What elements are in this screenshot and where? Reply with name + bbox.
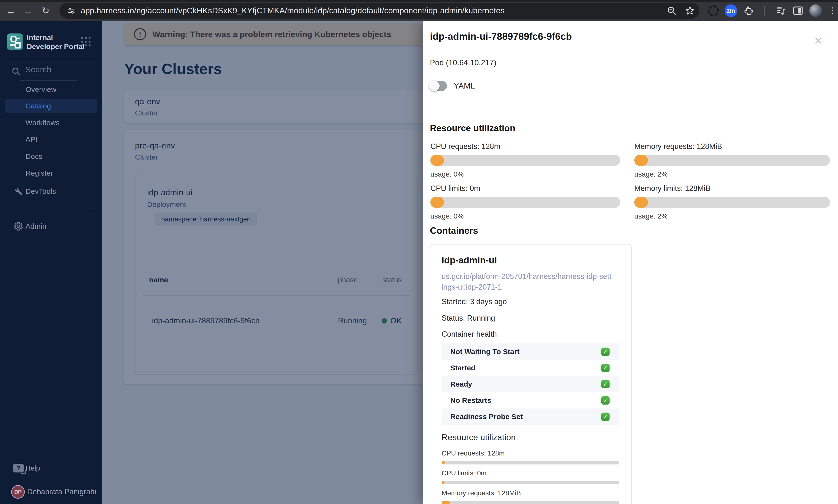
sidebar-item-catalog[interactable]: Catalog [5, 99, 97, 113]
sidebar-item-help[interactable]: ? Help [5, 461, 97, 475]
meter-fill [634, 155, 648, 166]
bookmark-star-icon[interactable] [685, 5, 695, 16]
pod-title: idp-admin-ui-7889789fc6-9f6cb [430, 31, 572, 42]
browser-profile-avatar[interactable] [809, 4, 822, 17]
bar-fill [441, 481, 444, 484]
sidebar-item-api[interactable]: API [5, 132, 97, 146]
column-header-status: status [382, 276, 402, 284]
meter-cpu-limits: CPU limits: 0m usage: 0% [431, 184, 620, 220]
sidebar-item-register[interactable]: Register [5, 166, 97, 180]
extensions-puzzle-icon[interactable] [743, 5, 754, 16]
sidebar-user[interactable]: DP Debabrata Panigrahi [5, 483, 100, 500]
cluster-card-qa-env[interactable]: qa-env Cluster [124, 90, 423, 123]
cluster-kind: Cluster [135, 153, 158, 161]
deployment-name: idp-admin-ui [147, 188, 192, 197]
user-name: Debabrata Panigrahi [27, 487, 96, 496]
deployment-kind: Deployment [147, 200, 186, 209]
pods-table-header: name phase status [136, 276, 417, 290]
url-text[interactable]: app.harness.io/ng/account/vpCkHKsDSxK9_K… [81, 6, 504, 15]
main-content: ! Warning: There was a problem retrievin… [102, 21, 423, 504]
wrench-icon [14, 187, 23, 196]
bar-fill [441, 461, 445, 465]
yaml-toggle-label: YAML [454, 81, 475, 90]
namespace-chip: namespace: harness-nextgen [155, 213, 257, 226]
search-underline [20, 80, 77, 80]
check-icon: ✓ [601, 364, 610, 372]
deployment-card: idp-admin-ui Deployment namespace: harne… [135, 175, 418, 375]
toolbar-divider [765, 5, 765, 16]
column-header-phase: phase [338, 276, 358, 284]
pod-status-cell: OK [382, 316, 402, 325]
sidebar-title: Internal Developer Portal [27, 33, 87, 51]
meter-memory-requests: Memory requests: 128MiB usage: 2% [634, 142, 830, 178]
sidebar-item-admin[interactable]: Admin [5, 219, 97, 233]
sidebar-item-devtools[interactable]: DevTools [5, 184, 97, 198]
health-row: Not Waiting To Start ✓ [441, 343, 619, 360]
back-icon[interactable]: ← [3, 3, 18, 18]
cluster-name: pre-qa-env [135, 141, 175, 150]
search-icon [11, 67, 21, 76]
bar-label-cpu-limits: CPU limits: 0m [441, 469, 487, 477]
check-icon: ✓ [601, 413, 610, 421]
health-row: No Restarts ✓ [441, 392, 619, 409]
browser-menu-icon[interactable]: ⋮ [828, 3, 838, 18]
toggle-knob [429, 80, 440, 91]
check-icon: ✓ [601, 396, 610, 404]
pod-name-cell[interactable]: idp-admin-ui-7889789fc6-9f6cb [152, 316, 260, 325]
warning-icon: ! [134, 28, 146, 40]
meter-fill [431, 155, 444, 166]
cluster-name: qa-env [135, 97, 160, 106]
gear-icon [14, 221, 23, 231]
forward-icon[interactable]: → [21, 3, 35, 18]
pod-subtitle: Pod (10.64.10.217) [430, 58, 496, 67]
bar-label-memory-requests: Memory requests: 128MiB [441, 489, 521, 497]
meter-memory-limits: Memory limits: 128MiB usage: 2% [634, 184, 830, 220]
sidebar-item-docs[interactable]: Docs [5, 149, 97, 163]
container-image-link[interactable]: us.gcr.io/platform-205701/harness/harnes… [441, 271, 611, 292]
sidebar-section-divider [6, 209, 94, 209]
column-header-name: name [149, 276, 168, 284]
containers-heading: Containers [430, 226, 478, 236]
help-chat-icon: ? [13, 464, 24, 472]
check-icon: ✓ [601, 380, 610, 388]
health-row: Readiness Probe Set ✓ [441, 409, 619, 425]
bar-cpu-requests [441, 461, 619, 465]
sidebar-item-overview[interactable]: Overview [5, 83, 97, 96]
media-controls-icon[interactable] [775, 5, 787, 16]
sidebar-item-workflows[interactable]: Workflows [5, 116, 97, 130]
zoom-indicator-icon[interactable] [667, 6, 677, 16]
side-panel-icon[interactable] [792, 5, 804, 16]
sidebar-search [0, 65, 102, 82]
sidebar-section-divider [20, 182, 77, 182]
health-row: Ready ✓ [441, 376, 619, 392]
search-input[interactable] [25, 65, 82, 74]
cluster-card-pre-qa-env[interactable]: pre-qa-env Cluster idp-admin-ui Deployme… [124, 130, 423, 384]
container-health-heading: Container health [441, 330, 497, 339]
yaml-toggle[interactable] [430, 81, 447, 91]
sidebar: Internal Developer Portal Overview Catal… [0, 21, 102, 504]
extension-spinner-icon[interactable] [708, 5, 719, 16]
bar-label-cpu-requests: CPU requests: 128m [441, 449, 505, 457]
bar-cpu-limits [441, 481, 619, 484]
zoom-extension-icon[interactable]: zm [724, 4, 737, 17]
pod-details-drawer: idp-admin-ui-7889789fc6-9f6cb ✕ Pod (10.… [423, 21, 838, 504]
resource-meters: CPU requests: 128m usage: 0% Memory requ… [431, 142, 830, 220]
container-resource-heading: Resource utilization [441, 432, 516, 442]
close-icon[interactable]: ✕ [811, 34, 825, 48]
reload-icon[interactable]: ↻ [38, 3, 53, 18]
page-title: Your Clusters [124, 60, 222, 77]
tune-icon[interactable] [66, 5, 76, 16]
yaml-toggle-row: YAML [430, 80, 475, 92]
meter-cpu-requests: CPU requests: 128m usage: 0% [431, 142, 620, 178]
table-divider [143, 364, 410, 364]
address-bar[interactable]: app.harness.io/ng/account/vpCkHKsDSxK9_K… [59, 3, 699, 19]
pod-phase-cell: Running [338, 316, 367, 325]
container-card: idp-admin-ui us.gcr.io/platform-205701/h… [429, 244, 632, 504]
bar-memory-requests [441, 501, 619, 504]
cluster-kind: Cluster [135, 109, 158, 117]
container-started: Started: 3 days ago [441, 298, 507, 306]
app-grid-icon[interactable] [81, 37, 91, 47]
status-ok-dot [382, 318, 387, 324]
bar-fill [441, 501, 450, 504]
table-divider [143, 295, 410, 296]
